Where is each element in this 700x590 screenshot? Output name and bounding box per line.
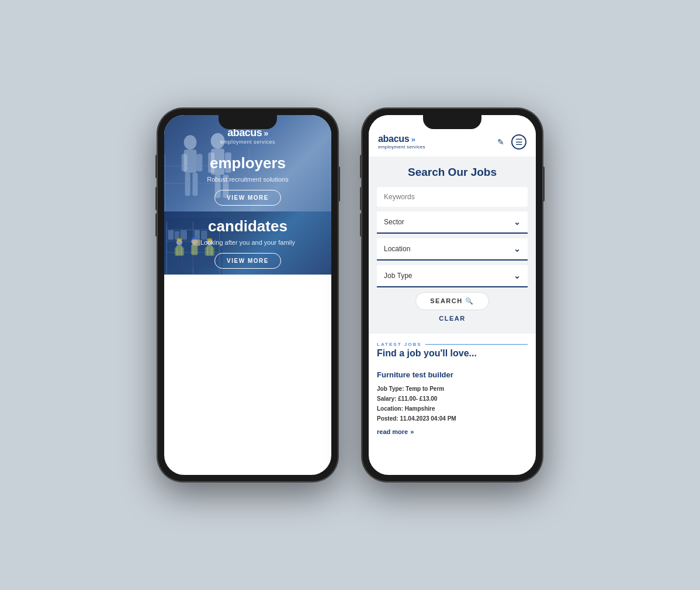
location-dropdown[interactable]: Location ⌄ [377,238,528,261]
employers-content: employers Robust recruitment solutions V… [195,148,300,211]
svg-rect-24 [168,230,174,240]
candidates-content: candidates Looking after you and your fa… [189,211,307,275]
sector-label: Sector [384,218,404,226]
sector-dropdown[interactable]: Sector ⌄ [377,211,528,234]
svg-point-30 [176,238,182,241]
svg-rect-13 [164,154,165,211]
svg-rect-33 [181,247,184,256]
svg-rect-34 [177,256,180,267]
latest-jobs-label: LATEST JOBS [377,342,528,347]
posted-label: Posted: [377,415,398,422]
candidates-view-more-button[interactable]: VIEW MORE [214,253,281,269]
search-title: Search Our Jobs [377,166,528,179]
candidates-subtitle: Looking after you and your family [200,239,295,246]
right-logo-brand: abacus » [378,134,425,144]
employers-view-more-button[interactable]: VIEW MORE [214,190,281,206]
location-detail-value: Hampshire [405,405,435,412]
search-section: Search Our Jobs Sector ⌄ Location ⌄ Job … [369,157,536,334]
svg-rect-4 [185,172,190,196]
left-phone: abacus » employment services employers R… [157,108,338,482]
job-type-label: Job Type [384,272,412,280]
candidates-title: candidates [200,217,295,235]
job-type-dropdown[interactable]: Job Type ⌄ [377,265,528,287]
phones-container: abacus » employment services employers R… [157,108,543,482]
location-label: Location [384,245,410,253]
edit-icon[interactable]: ✎ [497,137,504,147]
left-phone-inner: abacus » employment services employers R… [164,115,331,475]
right-logo: abacus » employment services [378,134,425,150]
salary-value: £11.00- £13.00 [398,395,437,402]
latest-jobs-title: Find a job you'll love... [377,348,528,359]
posted-value: 11.04.2023 04:04 PM [400,415,456,422]
svg-rect-2 [182,154,188,171]
job-type-detail-label: Job Type: [377,386,404,392]
clear-button[interactable]: CLEAR [436,313,467,324]
job-type-detail-value: Temp to Perm [406,386,444,392]
salary-detail: Salary: £11.00- £13.00 [377,394,528,404]
svg-rect-35 [181,256,184,267]
employers-subtitle: Robust recruitment solutions [207,176,288,183]
right-logo-tagline: employment services [378,144,425,150]
candidates-section: candidates Looking after you and your fa… [164,211,331,275]
location-detail: Location: Hampshire [377,404,528,414]
posted-detail: Posted: 11.04.2023 04:04 PM [377,414,528,424]
employers-section: abacus » employment services employers R… [164,115,331,211]
left-logo-tagline: employment services [220,139,275,145]
job-type-chevron-icon: ⌄ [514,271,521,280]
job-title: Furniture test builder [377,370,528,379]
search-button[interactable]: SEARCH 🔍 [415,292,489,310]
read-more-text: read more [377,428,408,435]
employers-title: employers [207,154,288,172]
read-more-arrows-icon: » [410,428,414,435]
job-type-detail: Job Type: Temp to Perm [377,384,528,394]
right-notch [423,115,481,129]
location-chevron-icon: ⌄ [514,244,521,254]
svg-point-0 [184,135,197,150]
salary-label: Salary: [377,395,396,402]
right-phone: abacus » employment services ✎ ☰ Search … [362,108,543,482]
keywords-input[interactable] [377,187,528,207]
svg-rect-26 [181,230,187,240]
right-phone-inner: abacus » employment services ✎ ☰ Search … [369,115,536,475]
header-icons: ✎ ☰ [497,134,526,150]
read-more-link[interactable]: read more » [377,428,528,435]
job-details: Job Type: Temp to Perm Salary: £11.00- £… [377,384,528,424]
location-detail-label: Location: [377,405,403,412]
job-card: Furniture test builder Job Type: Temp to… [377,365,528,441]
sector-chevron-icon: ⌄ [514,217,521,227]
latest-jobs-section: LATEST JOBS Find a job you'll love... Fu… [369,334,536,448]
left-notch [219,115,277,129]
svg-rect-32 [175,247,178,256]
menu-icon[interactable]: ☰ [511,134,526,150]
